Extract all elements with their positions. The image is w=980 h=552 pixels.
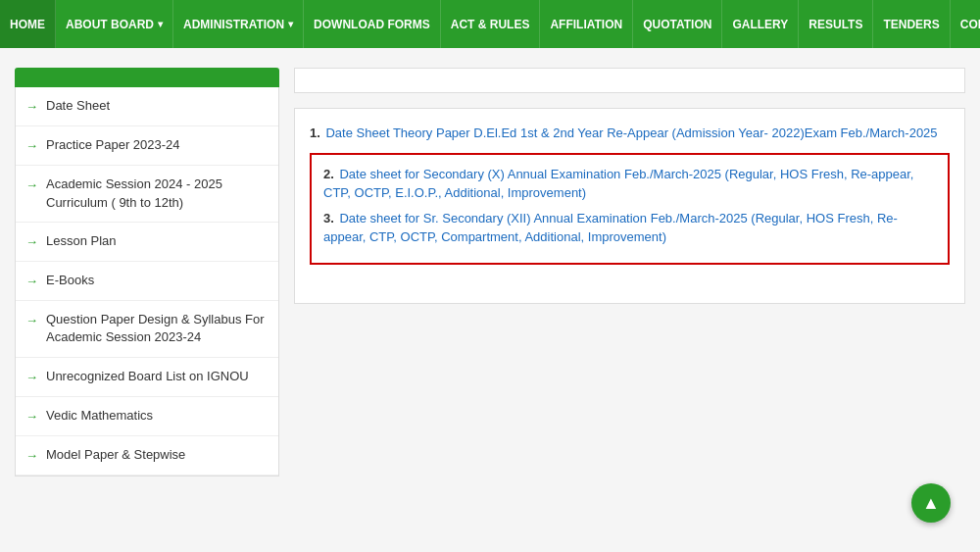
sidebar-item[interactable]: →Question Paper Design & Syllabus For Ac… [16,301,278,357]
sidebar-item[interactable]: →Vedic Mathematics [16,397,278,436]
sidebar-item[interactable]: →Lesson Plan [16,223,278,262]
arrow-icon: → [25,137,38,155]
nav-item-administration[interactable]: ADMINISTRATION ▾ [173,0,304,48]
sidebar-item-label: Question Paper Design & Syllabus For Aca… [46,311,269,346]
arrow-icon: → [25,447,38,465]
list-item: 1. Date Sheet Theory Paper D.El.Ed 1st &… [310,124,950,143]
nav-item-tenders[interactable]: TENDERS [873,0,950,48]
sidebar-list: →Date Sheet→Practice Paper 2023-24→Acade… [15,87,279,477]
page-body: →Date Sheet→Practice Paper 2023-24→Acade… [0,48,980,496]
sidebar-item-label: Vedic Mathematics [46,407,153,425]
arrow-icon: → [25,233,38,251]
sidebar-title [15,68,279,87]
arrow-icon: → [25,176,38,194]
sidebar-item-label: Practice Paper 2023-24 [46,136,180,154]
sidebar-item-label: Model Paper & Stepwise [46,446,185,464]
highlighted-link-list: 2. Date sheet for Secondary (X) Annual E… [323,165,936,247]
date-sheet-link[interactable]: Date sheet for Sr. Secondary (XII) Annua… [323,211,898,245]
nav-item-gallery[interactable]: GALLERY [722,0,799,48]
arrow-icon: → [25,369,38,386]
sidebar-item[interactable]: →Academic Session 2024 - 2025 Curriculum… [16,166,278,222]
sidebar-item-label: Lesson Plan [46,232,117,250]
sidebar-item[interactable]: →Model Paper & Stepwise [16,436,278,476]
nav-item-contact-us[interactable]: CONTACT US [951,0,980,48]
nav-item-affiliation[interactable]: AFFILIATION [540,0,633,48]
nav-item-act--rules[interactable]: ACT & RULES [441,0,541,48]
nav-item-download-forms[interactable]: DOWNLOAD FORMS [304,0,441,48]
main-content: 1. Date Sheet Theory Paper D.El.Ed 1st &… [294,68,965,477]
content-header [294,68,965,93]
highlighted-links-box: 2. Date sheet for Secondary (X) Annual E… [310,153,950,265]
sidebar-item-label: Unrecognized Board List on IGNOU [46,368,249,385]
main-navigation: HOMEABOUT BOARD ▾ADMINISTRATION ▾DOWNLOA… [0,0,980,48]
nav-item-home[interactable]: HOME [0,0,56,48]
sidebar-item[interactable]: →Unrecognized Board List on IGNOU [16,358,278,397]
sidebar-item[interactable]: →E-Books [16,262,278,301]
chevron-down-icon: ▾ [288,19,293,29]
nav-item-results[interactable]: RESULTS [799,0,873,48]
list-item: 2. Date sheet for Secondary (X) Annual E… [323,165,936,203]
sidebar: →Date Sheet→Practice Paper 2023-24→Acade… [15,68,279,477]
list-item-number: 2. [323,167,337,181]
sidebar-item-label: Date Sheet [46,97,110,115]
sidebar-item[interactable]: →Date Sheet [16,87,278,126]
arrow-icon: → [25,273,38,290]
link-list: 1. Date Sheet Theory Paper D.El.Ed 1st &… [310,124,950,143]
sidebar-item-label: Academic Session 2024 - 2025 Curriculum … [46,176,269,211]
chevron-down-icon: ▾ [158,19,163,29]
date-sheet-link[interactable]: Date sheet for Secondary (X) Annual Exam… [323,167,913,201]
sidebar-item-label: E-Books [46,272,94,289]
nav-item-quotation[interactable]: QUOTATION [633,0,722,48]
nav-item-about-board[interactable]: ABOUT BOARD ▾ [56,0,173,48]
list-item-number: 1. [310,125,323,140]
list-item-number: 3. [323,211,337,226]
content-box: 1. Date Sheet Theory Paper D.El.Ed 1st &… [294,108,965,304]
arrow-icon: → [25,408,38,426]
sidebar-item[interactable]: →Practice Paper 2023-24 [16,126,278,166]
date-sheet-link[interactable]: Date Sheet Theory Paper D.El.Ed 1st & 2n… [325,125,937,140]
arrow-icon: → [25,312,38,329]
list-item: 3. Date sheet for Sr. Secondary (XII) An… [323,209,936,247]
arrow-icon: → [25,98,38,116]
